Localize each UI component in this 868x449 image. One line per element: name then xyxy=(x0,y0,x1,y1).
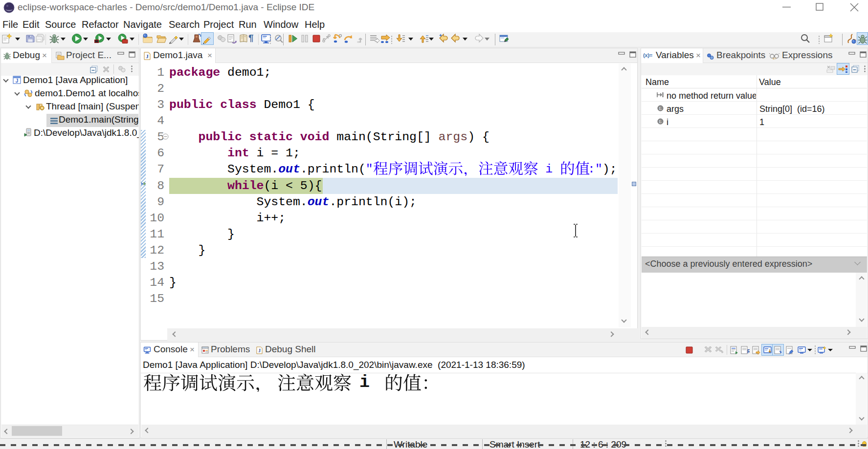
svg-text:x=: x= xyxy=(773,57,777,60)
svg-text:R: R xyxy=(747,349,750,354)
svg-text:J: J xyxy=(146,53,149,59)
svg-text:L: L xyxy=(659,119,662,124)
svg-text:J: J xyxy=(16,78,19,84)
svg-text:L: L xyxy=(659,106,662,111)
svg-text:J: J xyxy=(258,348,261,353)
